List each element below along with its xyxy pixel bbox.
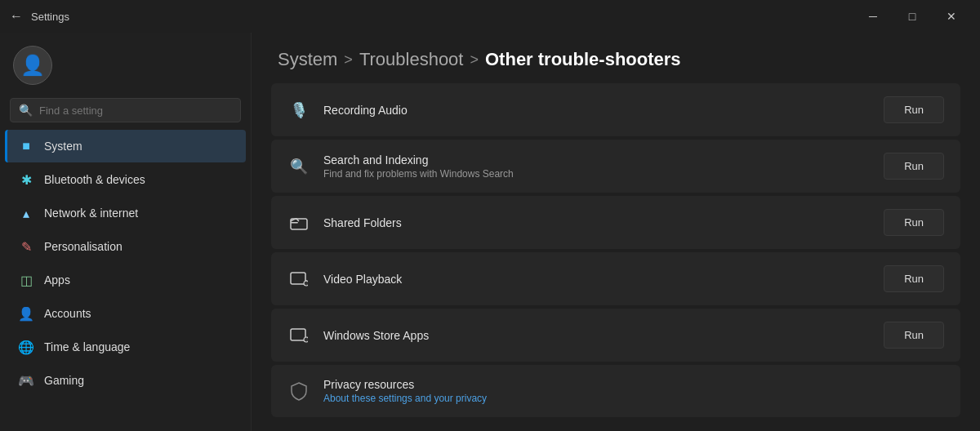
privacy-title: Privacy resources bbox=[323, 378, 944, 391]
sidebar-item-time[interactable]: 🌐 Time & language bbox=[5, 331, 246, 363]
sidebar-item-bluetooth[interactable]: ✱ Bluetooth & devices bbox=[5, 163, 246, 196]
search-indexing-title: Search and Indexing bbox=[323, 153, 871, 167]
gaming-icon: 🎮 bbox=[18, 372, 34, 389]
recording-audio-title: Recording Audio bbox=[323, 104, 871, 117]
system-icon: ■ bbox=[18, 138, 34, 154]
video-playback-text: Video Playback bbox=[323, 273, 871, 286]
recording-audio-run-button[interactable]: Run bbox=[884, 96, 944, 123]
windows-store-apps-run-button[interactable]: Run bbox=[884, 322, 944, 349]
personalisation-icon: ✎ bbox=[18, 238, 34, 255]
close-button[interactable]: ✕ bbox=[933, 3, 970, 29]
sidebar-item-personalisation[interactable]: ✎ Personalisation bbox=[5, 230, 246, 263]
shared-folders-run-button[interactable]: Run bbox=[884, 209, 944, 236]
svg-rect-1 bbox=[291, 222, 298, 224]
sidebar-item-apps[interactable]: ◫ Apps bbox=[5, 264, 246, 296]
title-bar-controls: ─ □ ✕ bbox=[854, 3, 970, 29]
sidebar-item-label: Personalisation bbox=[44, 240, 122, 253]
troubleshoot-item-video-playback: Video Playback Run bbox=[271, 252, 960, 305]
sidebar-item-network[interactable]: ▴ Network & internet bbox=[5, 197, 246, 229]
breadcrumb-sep-2: > bbox=[470, 51, 479, 69]
video-playback-icon bbox=[287, 268, 310, 291]
sidebar-item-label: Network & internet bbox=[44, 207, 138, 220]
recording-audio-icon: 🎙️ bbox=[287, 99, 310, 122]
search-input[interactable] bbox=[39, 104, 232, 117]
time-icon: 🌐 bbox=[18, 339, 34, 355]
troubleshoot-item-search-indexing: 🔍 Search and Indexing Find and fix probl… bbox=[271, 140, 960, 193]
maximize-button[interactable]: □ bbox=[893, 3, 931, 29]
sidebar-item-label: Apps bbox=[44, 273, 70, 287]
privacy-link[interactable]: About these settings and your privacy bbox=[323, 393, 944, 404]
sidebar-item-gaming[interactable]: 🎮 Gaming bbox=[5, 364, 246, 397]
recording-audio-text: Recording Audio bbox=[323, 104, 871, 117]
svg-point-6 bbox=[304, 337, 308, 342]
avatar[interactable]: 👤 bbox=[13, 46, 52, 85]
sidebar-item-accounts[interactable]: 👤 Accounts bbox=[5, 297, 246, 330]
breadcrumb-troubleshoot[interactable]: Troubleshoot bbox=[359, 49, 464, 70]
search-indexing-icon: 🔍 bbox=[287, 155, 310, 178]
app-body: 👤 🔍 ■ System ✱ Bluetooth & devices ▴ Net… bbox=[0, 33, 980, 431]
accounts-icon: 👤 bbox=[18, 305, 34, 322]
privacy-text: Privacy resources About these settings a… bbox=[323, 378, 944, 404]
bluetooth-icon: ✱ bbox=[18, 171, 34, 188]
breadcrumb-current: Other trouble-shooters bbox=[485, 49, 681, 70]
sidebar-item-label: Bluetooth & devices bbox=[44, 173, 145, 186]
shared-folders-text: Shared Folders bbox=[323, 216, 871, 229]
shared-folders-icon bbox=[287, 211, 310, 234]
apps-icon: ◫ bbox=[18, 272, 34, 288]
title-bar: ← Settings ─ □ ✕ bbox=[0, 0, 980, 33]
video-playback-run-button[interactable]: Run bbox=[884, 265, 944, 292]
windows-store-apps-icon bbox=[287, 324, 310, 347]
breadcrumb-system[interactable]: System bbox=[278, 49, 337, 70]
network-icon: ▴ bbox=[18, 205, 34, 221]
sidebar-item-label: Time & language bbox=[44, 340, 130, 353]
minimize-button[interactable]: ─ bbox=[854, 3, 892, 29]
sidebar-item-system[interactable]: ■ System bbox=[5, 130, 246, 162]
troubleshooters-list: 🎙️ Recording Audio Run 🔍 Search and Inde… bbox=[252, 83, 980, 431]
content-area: System > Troubleshoot > Other trouble-sh… bbox=[252, 33, 980, 431]
windows-store-apps-title: Windows Store Apps bbox=[323, 329, 871, 342]
sidebar-top: 👤 bbox=[0, 33, 251, 95]
search-icon: 🔍 bbox=[19, 104, 33, 117]
sidebar-item-label: System bbox=[44, 140, 82, 153]
svg-point-3 bbox=[304, 281, 308, 286]
video-playback-title: Video Playback bbox=[323, 273, 871, 286]
shield-icon bbox=[287, 380, 310, 402]
troubleshoot-item-windows-store-apps: Windows Store Apps Run bbox=[271, 309, 960, 362]
sidebar-item-label: Gaming bbox=[44, 374, 84, 387]
back-icon[interactable]: ← bbox=[10, 9, 23, 24]
sidebar: 👤 🔍 ■ System ✱ Bluetooth & devices ▴ Net… bbox=[0, 33, 252, 431]
title-bar-left: ← Settings bbox=[10, 9, 69, 24]
search-indexing-subtitle: Find and fix problems with Windows Searc… bbox=[323, 168, 871, 180]
breadcrumb-sep-1: > bbox=[344, 51, 353, 69]
svg-rect-5 bbox=[291, 329, 305, 340]
shared-folders-title: Shared Folders bbox=[323, 216, 871, 229]
troubleshoot-item-shared-folders: Shared Folders Run bbox=[271, 196, 960, 249]
search-indexing-run-button[interactable]: Run bbox=[884, 153, 944, 180]
user-icon: 👤 bbox=[20, 54, 45, 77]
breadcrumb: System > Troubleshoot > Other trouble-sh… bbox=[252, 33, 980, 83]
search-indexing-text: Search and Indexing Find and fix problem… bbox=[323, 153, 871, 180]
window-title: Settings bbox=[31, 11, 69, 23]
nav-list: ■ System ✱ Bluetooth & devices ▴ Network… bbox=[0, 129, 251, 431]
svg-rect-2 bbox=[291, 273, 305, 284]
privacy-item: Privacy resources About these settings a… bbox=[271, 365, 960, 417]
troubleshoot-item-recording-audio: 🎙️ Recording Audio Run bbox=[271, 83, 960, 136]
search-bar[interactable]: 🔍 bbox=[10, 98, 241, 122]
windows-store-apps-text: Windows Store Apps bbox=[323, 329, 871, 342]
sidebar-item-label: Accounts bbox=[44, 307, 91, 320]
